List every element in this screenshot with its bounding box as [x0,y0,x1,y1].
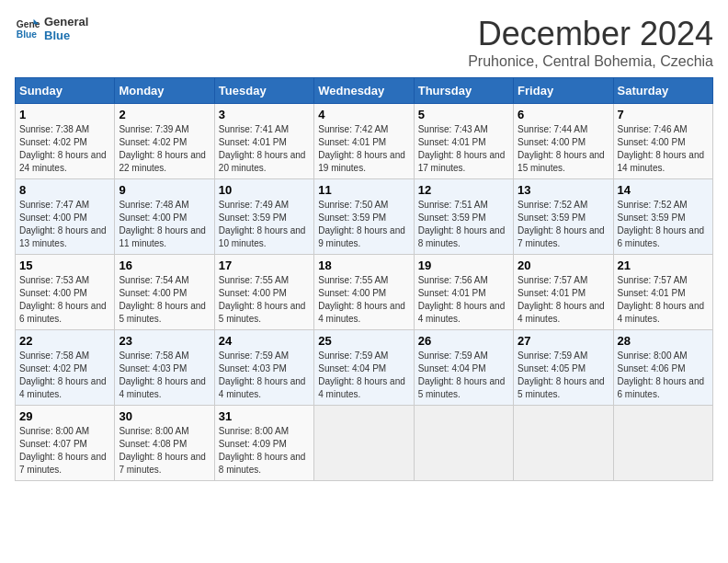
calendar-week-1: 1 Sunrise: 7:38 AM Sunset: 4:02 PM Dayli… [16,104,713,179]
calendar-cell: 27 Sunrise: 7:59 AM Sunset: 4:05 PM Dayl… [514,330,613,406]
calendar-cell: 5 Sunrise: 7:43 AM Sunset: 4:01 PM Dayli… [414,104,513,179]
calendar-cell: 21 Sunrise: 7:57 AM Sunset: 4:01 PM Dayl… [613,255,712,330]
calendar-cell: 6 Sunrise: 7:44 AM Sunset: 4:00 PM Dayli… [514,104,613,179]
calendar-cell: 18 Sunrise: 7:55 AM Sunset: 4:00 PM Dayl… [314,255,414,330]
calendar-cell: 12 Sunrise: 7:51 AM Sunset: 3:59 PM Dayl… [414,179,513,255]
calendar-cell [414,406,513,481]
calendar-cell: 4 Sunrise: 7:42 AM Sunset: 4:01 PM Dayli… [314,104,414,179]
calendar-week-2: 8 Sunrise: 7:47 AM Sunset: 4:00 PM Dayli… [16,179,713,255]
logo: General Blue General Blue [15,15,88,42]
calendar-cell: 15 Sunrise: 7:53 AM Sunset: 4:00 PM Dayl… [16,255,115,330]
calendar-cell: 26 Sunrise: 7:59 AM Sunset: 4:04 PM Dayl… [414,330,513,406]
calendar-cell [314,406,414,481]
calendar-cell: 28 Sunrise: 8:00 AM Sunset: 4:06 PM Dayl… [613,330,712,406]
calendar-cell: 1 Sunrise: 7:38 AM Sunset: 4:02 PM Dayli… [16,104,115,179]
calendar-cell: 17 Sunrise: 7:55 AM Sunset: 4:00 PM Dayl… [214,255,313,330]
column-header-sunday: Sunday [16,78,115,104]
calendar-week-4: 22 Sunrise: 7:58 AM Sunset: 4:02 PM Dayl… [16,330,713,406]
calendar-cell: 7 Sunrise: 7:46 AM Sunset: 4:00 PM Dayli… [613,104,712,179]
location-title: Pruhonice, Central Bohemia, Czechia [468,53,713,70]
column-header-tuesday: Tuesday [214,78,313,104]
calendar-cell: 30 Sunrise: 8:00 AM Sunset: 4:08 PM Dayl… [115,406,214,481]
calendar-cell: 10 Sunrise: 7:49 AM Sunset: 3:59 PM Dayl… [214,179,313,255]
calendar-cell: 29 Sunrise: 8:00 AM Sunset: 4:07 PM Dayl… [16,406,115,481]
column-header-monday: Monday [115,78,214,104]
calendar-table: SundayMondayTuesdayWednesdayThursdayFrid… [15,77,713,481]
logo-text-general: General [44,15,88,29]
calendar-cell [514,406,613,481]
calendar-cell: 31 Sunrise: 8:00 AM Sunset: 4:09 PM Dayl… [214,406,313,481]
svg-text:General: General [17,19,40,29]
calendar-cell: 22 Sunrise: 7:58 AM Sunset: 4:02 PM Dayl… [16,330,115,406]
calendar-cell: 23 Sunrise: 7:58 AM Sunset: 4:03 PM Dayl… [115,330,214,406]
month-title: December 2024 [468,15,713,53]
calendar-cell: 16 Sunrise: 7:54 AM Sunset: 4:00 PM Dayl… [115,255,214,330]
logo-icon: General Blue [15,16,40,41]
logo-text-blue: Blue [44,29,88,42]
column-header-friday: Friday [514,78,613,104]
calendar-cell [613,406,712,481]
column-header-saturday: Saturday [613,78,712,104]
calendar-cell: 25 Sunrise: 7:59 AM Sunset: 4:04 PM Dayl… [314,330,414,406]
calendar-cell: 11 Sunrise: 7:50 AM Sunset: 3:59 PM Dayl… [314,179,414,255]
calendar-week-5: 29 Sunrise: 8:00 AM Sunset: 4:07 PM Dayl… [16,406,713,481]
column-header-wednesday: Wednesday [314,78,414,104]
calendar-week-3: 15 Sunrise: 7:53 AM Sunset: 4:00 PM Dayl… [16,255,713,330]
calendar-cell: 20 Sunrise: 7:57 AM Sunset: 4:01 PM Dayl… [514,255,613,330]
calendar-cell: 8 Sunrise: 7:47 AM Sunset: 4:00 PM Dayli… [16,179,115,255]
svg-text:Blue: Blue [17,29,38,40]
calendar-cell: 24 Sunrise: 7:59 AM Sunset: 4:03 PM Dayl… [214,330,313,406]
calendar-cell: 19 Sunrise: 7:56 AM Sunset: 4:01 PM Dayl… [414,255,513,330]
calendar-cell: 9 Sunrise: 7:48 AM Sunset: 4:00 PM Dayli… [115,179,214,255]
calendar-cell: 13 Sunrise: 7:52 AM Sunset: 3:59 PM Dayl… [514,179,613,255]
calendar-cell: 3 Sunrise: 7:41 AM Sunset: 4:01 PM Dayli… [214,104,313,179]
calendar-cell: 14 Sunrise: 7:52 AM Sunset: 3:59 PM Dayl… [613,179,712,255]
column-header-thursday: Thursday [414,78,513,104]
title-area: December 2024 Pruhonice, Central Bohemia… [468,15,713,70]
calendar-cell: 2 Sunrise: 7:39 AM Sunset: 4:02 PM Dayli… [115,104,214,179]
page-header: General Blue General Blue December 2024 … [15,15,713,70]
